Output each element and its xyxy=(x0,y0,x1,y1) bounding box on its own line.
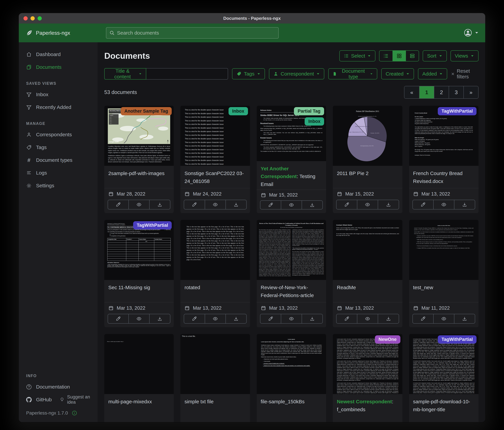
list-view-button[interactable] xyxy=(379,51,393,61)
document-thumbnail[interactable]: This is a test file. xyxy=(180,334,250,394)
edit-button[interactable] xyxy=(108,200,128,209)
close-icon: × xyxy=(451,71,454,77)
document-title[interactable]: file-sample_150kBs xyxy=(257,394,326,422)
sidebar-item-logs[interactable]: Logs xyxy=(19,167,98,179)
info-icon[interactable] xyxy=(72,411,77,416)
tag-badge[interactable]: TagWithPartial xyxy=(438,335,477,344)
sidebar-item-tags[interactable]: Tags xyxy=(19,141,98,154)
document-title[interactable]: 2sample-pdf-with-images xyxy=(104,166,174,188)
sidebar-item-dashboard[interactable]: Dashboard xyxy=(19,48,98,61)
sidebar-item-correspondents[interactable]: Correspondents xyxy=(19,128,98,141)
download-button[interactable] xyxy=(454,200,475,209)
sidebar-item-documents[interactable]: Documents xyxy=(19,61,98,74)
download-button[interactable] xyxy=(302,314,323,323)
edit-button[interactable] xyxy=(413,200,433,209)
view-button[interactable] xyxy=(128,200,149,209)
edit-button[interactable] xyxy=(108,314,128,323)
document-thumbnail[interactable]: Adobe Acrobat PDF FilesAdobe® Portable D… xyxy=(409,220,478,280)
correspondent-filter-button[interactable]: Correspondent xyxy=(269,68,324,79)
download-button[interactable] xyxy=(225,200,246,209)
document-title[interactable]: Sec 11-Missing sig xyxy=(104,280,174,302)
tags-filter-button[interactable]: Tags xyxy=(232,68,265,79)
download-button[interactable] xyxy=(149,200,170,209)
pagination-page-1[interactable]: 1 xyxy=(419,86,434,98)
view-button[interactable] xyxy=(281,314,302,323)
sidebar-item-suggest-idea[interactable]: Suggest an idea xyxy=(60,394,98,405)
card-view-button[interactable] xyxy=(405,51,419,61)
tag-badge[interactable]: TagWithPartial xyxy=(438,107,477,115)
view-button[interactable] xyxy=(433,314,454,323)
tag-badge[interactable]: Partial Tag xyxy=(294,107,324,115)
tag-badge[interactable]: NewOne xyxy=(375,335,400,344)
edit-button[interactable] xyxy=(413,314,433,323)
title-content-filter-input[interactable] xyxy=(146,68,228,80)
sidebar-item-label: Suggest an idea xyxy=(67,394,98,405)
grid-view-button[interactable] xyxy=(393,51,405,61)
added-filter-button[interactable]: Added xyxy=(418,68,447,79)
search-input[interactable] xyxy=(117,30,275,36)
edit-button[interactable] xyxy=(184,200,205,209)
pagination-next[interactable]: » xyxy=(463,86,478,98)
sidebar-item-github[interactable]: GitHub xyxy=(26,397,52,402)
sidebar-item-settings[interactable]: Settings xyxy=(19,179,98,192)
document-title[interactable]: Sonstige ScanPC2022 03-24_081058 xyxy=(180,166,250,188)
download-button[interactable] xyxy=(225,314,246,323)
select-button[interactable]: Select xyxy=(339,50,375,61)
tag-badge[interactable]: Inbox xyxy=(305,117,324,126)
document-thumbnail[interactable]: This is a multi page document. Page 1. xyxy=(104,334,174,394)
document-thumbnail[interactable]: Review of New York Federal Petitions for… xyxy=(257,220,326,280)
document-title[interactable]: Newest Correspondent: f_combineds xyxy=(333,394,402,422)
pagination-page-2[interactable]: 2 xyxy=(434,86,449,98)
document-title[interactable]: Yet Another Correspondent: Testing Email xyxy=(257,161,326,190)
edit-button[interactable] xyxy=(260,314,281,323)
edit-button[interactable] xyxy=(260,201,281,209)
document-title[interactable]: French Country Bread Revised.docx xyxy=(409,166,478,188)
document-thumbnail[interactable]: Lorem ipsumLorem ipsum dolor sit amet, c… xyxy=(257,334,326,394)
view-button[interactable] xyxy=(357,314,378,323)
pagination-prev[interactable]: « xyxy=(405,86,419,98)
download-button[interactable] xyxy=(454,314,475,323)
edit-button[interactable] xyxy=(336,314,357,323)
view-button[interactable] xyxy=(205,314,225,323)
view-button[interactable] xyxy=(205,200,225,209)
document-title[interactable]: test_new xyxy=(409,280,478,302)
download-button[interactable] xyxy=(378,314,398,323)
tag-badge[interactable]: TagWithPartial xyxy=(133,221,172,229)
edit-button[interactable] xyxy=(336,200,357,209)
tag-badge[interactable]: Another Sample Tag xyxy=(121,107,172,115)
document-title[interactable]: simple txt file xyxy=(180,394,250,422)
sidebar-item-recently-added[interactable]: Recently Added xyxy=(19,101,98,114)
view-button[interactable] xyxy=(128,314,149,323)
document-title[interactable]: rotated xyxy=(180,280,250,302)
pagination-page-3[interactable]: 3 xyxy=(449,86,463,98)
created-filter-button[interactable]: Created xyxy=(381,68,414,79)
document-title[interactable]: multi-page-mixedxx xyxy=(104,394,174,422)
download-button[interactable] xyxy=(378,200,398,209)
view-button[interactable] xyxy=(433,200,454,209)
edit-button[interactable] xyxy=(184,314,205,323)
download-button[interactable] xyxy=(302,201,323,209)
reset-filters-button[interactable]: × Reset filters xyxy=(451,68,478,80)
sort-button[interactable]: Sort xyxy=(423,50,447,61)
document-card: This is the text that appears on the fir… xyxy=(180,220,250,327)
view-button[interactable] xyxy=(357,200,378,209)
download-button[interactable] xyxy=(149,314,170,323)
document-type-filter-button[interactable]: Document type xyxy=(328,68,377,79)
title-content-filter-button[interactable]: Title & content xyxy=(104,68,146,80)
app-version: Paperless-ngx 1.7.0 xyxy=(26,410,68,416)
document-thumbnail[interactable]: Patient BP Distribution 2011 Normal, 150… xyxy=(333,106,402,166)
view-button[interactable] xyxy=(281,201,302,209)
user-menu[interactable] xyxy=(464,28,479,37)
document-title[interactable]: sample-pdf-download-10-mb-longer-title xyxy=(409,394,478,422)
tag-badge[interactable]: Inbox xyxy=(228,107,248,115)
document-title[interactable]: Review-of-New-York-Federal-Petitions-art… xyxy=(257,280,326,302)
document-thumbnail[interactable]: This is the text that appears on the fir… xyxy=(180,220,250,280)
sidebar-item-documentation[interactable]: Documentation xyxy=(19,381,98,393)
views-button[interactable]: Views xyxy=(450,50,478,61)
document-title[interactable]: 2011 BP Pie 2 xyxy=(333,166,402,188)
document-thumbnail[interactable]: Contact Sheet DemoGiven a set of image f… xyxy=(333,220,402,280)
brand[interactable]: Paperless-ngx xyxy=(26,29,70,37)
document-title[interactable]: ReadMe xyxy=(333,280,402,302)
sidebar-item-document-types[interactable]: #Document types xyxy=(19,154,98,167)
sidebar-item-inbox[interactable]: Inbox xyxy=(19,88,98,101)
